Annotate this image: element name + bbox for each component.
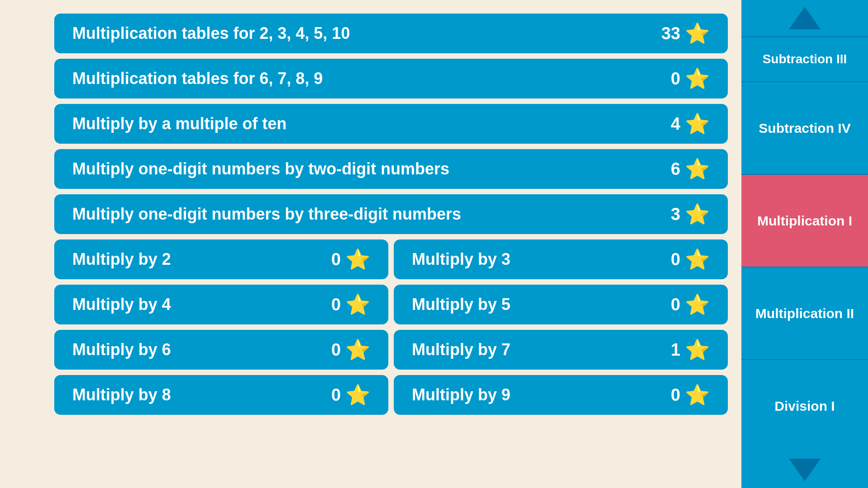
chevron-down-icon (789, 459, 821, 481)
score-value-0: 33 (661, 24, 680, 43)
half-label-2-left: Multiply by 6 (72, 340, 171, 359)
star-half-1-left: ⭐ (345, 295, 370, 314)
topic-label-1: Multiplication tables for 6, 7, 8, 9 (72, 69, 323, 88)
main-content: Multiplication tables for 2, 3, 4, 5, 10… (0, 0, 741, 488)
sidebar: Subtraction III Subtraction IV Multiplic… (741, 0, 868, 488)
topic-button-1[interactable]: Multiplication tables for 6, 7, 8, 9 0 ⭐ (54, 59, 728, 99)
topic-button-3[interactable]: Multiply one-digit numbers by two-digit … (54, 149, 728, 189)
star-icon-2: ⭐ (685, 114, 710, 134)
star-icon-1: ⭐ (685, 69, 710, 89)
topic-button-half-2-left[interactable]: Multiply by 6 0 ⭐ (54, 330, 388, 370)
scroll-down-button[interactable] (741, 452, 868, 488)
topic-button-half-2-right[interactable]: Multiply by 7 1 ⭐ (394, 330, 728, 370)
topic-button-half-0-right[interactable]: Multiply by 3 0 ⭐ (394, 239, 728, 279)
sidebar-item-multiplication-i[interactable]: Multiplication I (741, 174, 868, 267)
star-half-3-left: ⭐ (345, 385, 370, 405)
half-score-2-left: 0 ⭐ (330, 340, 370, 360)
topic-button-half-3-left[interactable]: Multiply by 8 0 ⭐ (54, 375, 388, 415)
half-score-val-2-right: 1 (671, 340, 680, 360)
star-icon-0: ⭐ (685, 23, 710, 43)
half-label-3-left: Multiply by 8 (72, 385, 171, 404)
half-score-1-left: 0 ⭐ (330, 295, 370, 314)
half-label-1-left: Multiply by 4 (72, 295, 171, 314)
topic-button-2[interactable]: Multiply by a multiple of ten 4 ⭐ (54, 104, 728, 144)
half-score-val-0-left: 0 (331, 250, 341, 269)
half-score-3-left: 0 ⭐ (330, 385, 370, 405)
topic-label-0: Multiplication tables for 2, 3, 4, 5, 10 (72, 24, 350, 43)
star-half-3-right: ⭐ (685, 385, 710, 405)
half-score-1-right: 0 ⭐ (669, 295, 710, 314)
sidebar-label-multiplication-i: Multiplication I (757, 213, 852, 229)
half-label-2-right: Multiply by 7 (412, 340, 510, 359)
half-score-3-right: 0 ⭐ (669, 385, 710, 405)
half-score-0-right: 0 ⭐ (669, 249, 710, 269)
half-row-3: Multiply by 8 0 ⭐ Multiply by 9 0 ⭐ (54, 375, 728, 415)
score-area-1: 0 ⭐ (669, 69, 710, 89)
half-score-0-left: 0 ⭐ (330, 249, 370, 269)
scroll-up-button[interactable] (741, 0, 868, 36)
topic-label-4: Multiply one-digit numbers by three-digi… (72, 205, 461, 224)
half-score-val-1-left: 0 (331, 295, 341, 314)
topic-button-half-0-left[interactable]: Multiply by 2 0 ⭐ (54, 239, 388, 279)
topic-button-half-1-left[interactable]: Multiply by 4 0 ⭐ (54, 285, 388, 324)
half-label-1-right: Multiply by 5 (412, 295, 510, 314)
score-value-2: 4 (671, 114, 680, 134)
sidebar-label-subtraction-iii: Subtraction III (763, 52, 847, 66)
half-score-val-1-right: 0 (671, 295, 680, 314)
sidebar-label-subtraction-iv: Subtraction IV (759, 121, 850, 136)
topic-button-0[interactable]: Multiplication tables for 2, 3, 4, 5, 10… (54, 14, 728, 53)
sidebar-label-division-i: Division I (774, 399, 835, 414)
score-value-1: 0 (671, 69, 680, 89)
score-value-4: 3 (671, 205, 680, 224)
half-score-val-0-right: 0 (671, 250, 680, 269)
half-label-0-right: Multiply by 3 (412, 250, 510, 269)
star-half-2-right: ⭐ (685, 340, 710, 360)
score-area-3: 6 ⭐ (669, 159, 710, 179)
topic-label-3: Multiply one-digit numbers by two-digit … (72, 160, 449, 178)
sidebar-items: Subtraction III Subtraction IV Multiplic… (741, 36, 868, 452)
half-row-0: Multiply by 2 0 ⭐ Multiply by 3 0 ⭐ (54, 239, 728, 279)
star-icon-4: ⭐ (685, 204, 710, 224)
topic-button-4[interactable]: Multiply one-digit numbers by three-digi… (54, 194, 728, 234)
topic-label-2: Multiply by a multiple of ten (72, 114, 287, 133)
half-score-2-right: 1 ⭐ (669, 340, 710, 360)
star-half-0-left: ⭐ (345, 249, 370, 269)
sidebar-item-multiplication-ii[interactable]: Multiplication II (741, 267, 868, 359)
score-area-0: 33 ⭐ (661, 23, 710, 43)
sidebar-item-division-i[interactable]: Division I (741, 359, 868, 452)
sidebar-label-multiplication-ii: Multiplication II (755, 306, 854, 321)
sidebar-item-subtraction-iii[interactable]: Subtraction III (741, 36, 868, 81)
half-label-0-left: Multiply by 2 (72, 250, 171, 269)
topic-button-half-3-right[interactable]: Multiply by 9 0 ⭐ (394, 375, 728, 415)
score-area-4: 3 ⭐ (669, 204, 710, 224)
half-label-3-right: Multiply by 9 (412, 385, 510, 404)
half-score-val-3-right: 0 (671, 385, 680, 405)
score-value-3: 6 (671, 160, 680, 179)
half-row-2: Multiply by 6 0 ⭐ Multiply by 7 1 ⭐ (54, 330, 728, 370)
star-half-2-left: ⭐ (345, 340, 370, 360)
half-score-val-2-left: 0 (331, 340, 341, 360)
half-score-val-3-left: 0 (331, 385, 341, 405)
star-icon-3: ⭐ (685, 159, 710, 179)
star-half-0-right: ⭐ (685, 249, 710, 269)
half-row-1: Multiply by 4 0 ⭐ Multiply by 5 0 ⭐ (54, 285, 728, 324)
sidebar-item-subtraction-iv[interactable]: Subtraction IV (741, 81, 868, 174)
topic-button-half-1-right[interactable]: Multiply by 5 0 ⭐ (394, 285, 728, 324)
star-half-1-right: ⭐ (685, 295, 710, 314)
score-area-2: 4 ⭐ (669, 114, 710, 134)
chevron-up-icon (789, 7, 821, 29)
